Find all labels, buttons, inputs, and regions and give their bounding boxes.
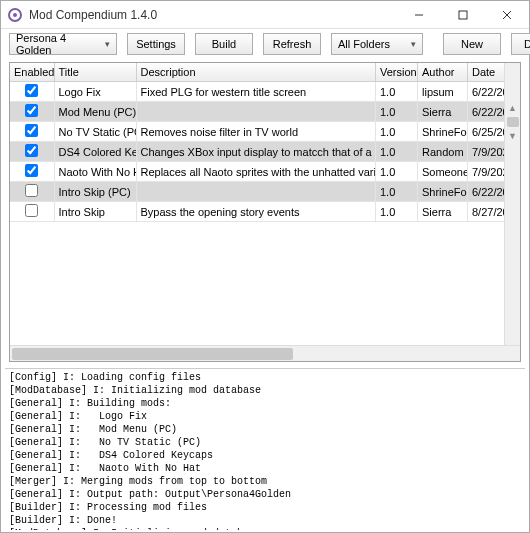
cell-description[interactable]: Bypass the opening story events <box>136 202 376 222</box>
cell-enabled[interactable] <box>10 162 54 182</box>
app-icon <box>7 7 23 23</box>
cell-version[interactable]: 1.0 <box>376 162 418 182</box>
build-button[interactable]: Build <box>195 33 253 55</box>
table-row[interactable]: DS4 Colored KeycapsChanges XBox input di… <box>10 142 520 162</box>
cell-version[interactable]: 1.0 <box>376 202 418 222</box>
chevron-down-icon: ▾ <box>105 39 110 49</box>
col-author[interactable]: Author <box>418 63 468 82</box>
log-line: [General] I: Building mods: <box>9 397 521 410</box>
cell-enabled[interactable] <box>10 202 54 222</box>
minimize-button[interactable] <box>397 1 441 29</box>
app-window: Mod Compendium 1.4.0 Persona 4 Golden ▾ … <box>0 0 530 533</box>
cell-title[interactable]: Logo Fix <box>54 82 136 102</box>
table-row[interactable]: No TV Static (PC)Removes noise filter in… <box>10 122 520 142</box>
cell-description[interactable]: Removes noise filter in TV world <box>136 122 376 142</box>
log-line: [General] I: No TV Static (PC) <box>9 436 521 449</box>
cell-author[interactable]: Someone <box>418 162 468 182</box>
folder-dropdown[interactable]: All Folders ▾ <box>331 33 423 55</box>
log-line: [Builder] I: Processing mod files <box>9 501 521 514</box>
enabled-checkbox[interactable] <box>25 204 38 217</box>
scroll-up-icon[interactable]: ▲ <box>508 103 517 113</box>
table-header-row: Enabled Title Description Version Author… <box>10 63 520 82</box>
window-title: Mod Compendium 1.4.0 <box>29 8 397 22</box>
table-row[interactable]: Intro SkipBypass the opening story event… <box>10 202 520 222</box>
log-line: [Config] I: Loading config files <box>9 371 521 384</box>
mod-table: Enabled Title Description Version Author… <box>10 63 520 222</box>
cell-description[interactable] <box>136 182 376 202</box>
chevron-down-icon: ▾ <box>411 39 416 49</box>
horizontal-scrollbar[interactable] <box>10 345 520 361</box>
window-controls <box>397 1 529 29</box>
enabled-checkbox[interactable] <box>25 104 38 117</box>
log-output[interactable]: [Config] I: Loading config files[ModData… <box>5 368 525 530</box>
maximize-button[interactable] <box>441 1 485 29</box>
close-button[interactable] <box>485 1 529 29</box>
cell-author[interactable]: lipsum <box>418 82 468 102</box>
table-row[interactable]: Naoto With No HatReplaces all Naoto spri… <box>10 162 520 182</box>
log-line: [ModDatabase] I: Initializing mod databa… <box>9 527 521 530</box>
settings-button[interactable]: Settings <box>127 33 185 55</box>
col-enabled[interactable]: Enabled <box>10 63 54 82</box>
enabled-checkbox[interactable] <box>25 164 38 177</box>
log-line: [ModDatabase] I: Initializing mod databa… <box>9 384 521 397</box>
cell-author[interactable]: ShrineFox <box>418 182 468 202</box>
cell-title[interactable]: Intro Skip (PC) <box>54 182 136 202</box>
folder-dropdown-label: All Folders <box>338 38 405 50</box>
table-row[interactable]: Mod Menu (PC)1.0Sierra6/22/2020 <box>10 102 520 122</box>
col-version[interactable]: Version <box>376 63 418 82</box>
log-line: [General] I: Logo Fix <box>9 410 521 423</box>
refresh-button[interactable]: Refresh <box>263 33 321 55</box>
enabled-checkbox[interactable] <box>25 124 38 137</box>
toolbar: Persona 4 Golden ▾ Settings Build Refres… <box>1 29 529 59</box>
cell-title[interactable]: DS4 Colored Keycaps <box>54 142 136 162</box>
cell-author[interactable]: Random <box>418 142 468 162</box>
cell-version[interactable]: 1.0 <box>376 82 418 102</box>
mod-grid[interactable]: Enabled Title Description Version Author… <box>9 62 521 362</box>
cell-enabled[interactable] <box>10 122 54 142</box>
cell-description[interactable]: Changes XBox input display to matcch tha… <box>136 142 376 162</box>
log-line: [Builder] I: Done! <box>9 514 521 527</box>
vertical-scrollbar[interactable]: ▲ ▼ <box>504 63 520 345</box>
enabled-checkbox[interactable] <box>25 184 38 197</box>
cell-description[interactable]: Fixed PLG for western title screen <box>136 82 376 102</box>
table-row[interactable]: Intro Skip (PC)1.0ShrineFox6/22/2020 <box>10 182 520 202</box>
enabled-checkbox[interactable] <box>25 144 38 157</box>
cell-enabled[interactable] <box>10 102 54 122</box>
enabled-checkbox[interactable] <box>25 84 38 97</box>
game-dropdown[interactable]: Persona 4 Golden ▾ <box>9 33 117 55</box>
log-line: [General] I: Mod Menu (PC) <box>9 423 521 436</box>
cell-enabled[interactable] <box>10 82 54 102</box>
cell-enabled[interactable] <box>10 142 54 162</box>
scrollbar-thumb[interactable] <box>12 348 293 360</box>
log-line: [General] I: Output path: Output\Persona… <box>9 488 521 501</box>
log-line: [General] I: Naoto With No Hat <box>9 462 521 475</box>
cell-author[interactable]: ShrineFox <box>418 122 468 142</box>
game-dropdown-label: Persona 4 Golden <box>16 32 99 56</box>
cell-version[interactable]: 1.0 <box>376 102 418 122</box>
delete-button[interactable]: Delete <box>511 33 530 55</box>
cell-title[interactable]: No TV Static (PC) <box>54 122 136 142</box>
cell-title[interactable]: Intro Skip <box>54 202 136 222</box>
log-line: [Merger] I: Merging mods from top to bot… <box>9 475 521 488</box>
cell-enabled[interactable] <box>10 182 54 202</box>
cell-description[interactable]: Replaces all Naoto sprites with the unha… <box>136 162 376 182</box>
svg-point-1 <box>13 13 17 17</box>
col-title[interactable]: Title <box>54 63 136 82</box>
log-line: [General] I: DS4 Colored Keycaps <box>9 449 521 462</box>
cell-author[interactable]: Sierra <box>418 102 468 122</box>
cell-version[interactable]: 1.0 <box>376 142 418 162</box>
cell-version[interactable]: 1.0 <box>376 182 418 202</box>
new-button[interactable]: New <box>443 33 501 55</box>
grid-empty-area[interactable] <box>10 222 520 345</box>
cell-description[interactable] <box>136 102 376 122</box>
scroll-down-icon[interactable]: ▼ <box>508 131 517 141</box>
cell-author[interactable]: Sierra <box>418 202 468 222</box>
cell-title[interactable]: Naoto With No Hat <box>54 162 136 182</box>
scrollbar-knob[interactable] <box>507 117 519 127</box>
svg-rect-3 <box>459 11 467 19</box>
titlebar: Mod Compendium 1.4.0 <box>1 1 529 29</box>
cell-version[interactable]: 1.0 <box>376 122 418 142</box>
table-row[interactable]: Logo FixFixed PLG for western title scre… <box>10 82 520 102</box>
col-description[interactable]: Description <box>136 63 376 82</box>
cell-title[interactable]: Mod Menu (PC) <box>54 102 136 122</box>
